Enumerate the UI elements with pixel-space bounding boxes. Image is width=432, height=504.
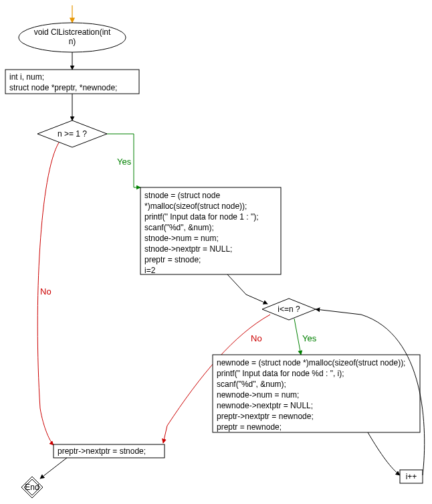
svg-text:struct node *preptr, *newnode;: struct node *preptr, *newnode;	[9, 83, 117, 92]
svg-text:preptr->nextptr = stnode;: preptr->nextptr = stnode;	[58, 446, 146, 456]
svg-text:i=2: i=2	[144, 266, 156, 275]
svg-text:stnode->nextptr = NULL;: stnode->nextptr = NULL;	[144, 244, 232, 254]
block2-node: newnode = (struct node *)malloc(sizeof(s…	[213, 355, 420, 432]
cond1-node: n >= 1 ?	[37, 120, 107, 147]
svg-text:newnode = (struct node *)mallo: newnode = (struct node *)malloc(sizeof(s…	[217, 358, 405, 367]
block3-node: preptr->nextptr = stnode;	[53, 444, 165, 458]
cond2-node: i<=n ?	[262, 299, 316, 320]
svg-text:End: End	[25, 483, 39, 492]
svg-text:preptr = stnode;: preptr = stnode;	[144, 255, 201, 264]
end-node: End	[21, 477, 43, 498]
decl-node: int i, num; struct node *preptr, *newnod…	[5, 70, 139, 94]
svg-text:i++: i++	[406, 472, 417, 481]
svg-text:int i, num;: int i, num;	[9, 72, 44, 82]
svg-text:n >= 1 ?: n >= 1 ?	[58, 129, 87, 139]
svg-text:stnode->num = num;: stnode->num = num;	[144, 234, 219, 243]
label-cond2-no: No	[251, 333, 262, 343]
incr-node: i++	[400, 470, 423, 483]
svg-text:printf(" Input data for node %: printf(" Input data for node %d : ", i);	[217, 369, 344, 378]
start-node: void ClListcreation(int n)	[19, 23, 126, 52]
svg-text:i<=n ?: i<=n ?	[278, 305, 300, 314]
edge-block2-incr	[368, 432, 400, 475]
edge-block3-end	[40, 458, 67, 479]
label-cond1-no: No	[40, 286, 51, 297]
svg-text:scanf("%d", &num);: scanf("%d", &num);	[217, 380, 286, 389]
svg-text:printf(" Input data for node 1: printf(" Input data for node 1 : ");	[144, 212, 259, 222]
label-cond2-yes: Yes	[302, 333, 317, 343]
svg-text:preptr->nextptr = newnode;: preptr->nextptr = newnode;	[217, 412, 314, 421]
label-cond1-yes: Yes	[117, 157, 132, 167]
svg-text:*)malloc(sizeof(struct node));: *)malloc(sizeof(struct node));	[144, 201, 247, 211]
edge-block1-cond2	[227, 274, 267, 304]
svg-text:void ClListcreation(int: void ClListcreation(int	[34, 27, 111, 37]
svg-text:preptr = newnode;: preptr = newnode;	[217, 422, 282, 432]
svg-text:n): n)	[69, 37, 76, 46]
edge-cond2-yes	[294, 319, 301, 355]
svg-text:scanf("%d", &num);: scanf("%d", &num);	[144, 223, 214, 232]
block1-node: stnode = (struct node *)malloc(sizeof(st…	[140, 187, 281, 275]
svg-text:newnode->nextptr = NULL;: newnode->nextptr = NULL;	[217, 401, 313, 410]
svg-text:stnode = (struct node: stnode = (struct node	[144, 191, 220, 200]
svg-text:newnode->num = num;: newnode->num = num;	[217, 390, 299, 400]
